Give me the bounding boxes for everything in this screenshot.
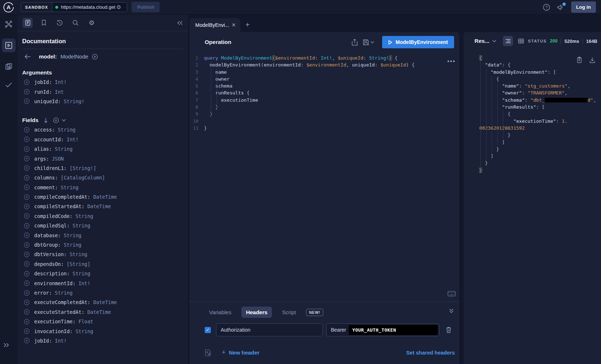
field-item-type[interactable]: [String!] [69,165,96,171]
field-item-type[interactable]: String [64,232,81,238]
share-operation-icon[interactable] [352,39,358,46]
field-item[interactable]: compiledSql:String [22,221,183,230]
field-item-type[interactable]: String [58,127,76,133]
field-item-name[interactable]: alias: [34,146,52,152]
add-to-query-icon[interactable] [24,156,29,161]
response-dropdown-chevron-icon[interactable] [492,40,496,43]
field-item-name[interactable]: environmentId: [34,280,76,286]
add-to-query-icon[interactable] [24,80,29,85]
login-button[interactable]: Log in [571,1,596,13]
fields-options-chevron-icon[interactable] [62,119,66,122]
history-icon[interactable] [55,18,65,28]
add-to-query-icon[interactable] [24,338,29,343]
add-to-query-icon[interactable] [24,280,29,286]
editor-menu-ellipsis-icon[interactable]: ••• [447,58,456,65]
field-item[interactable]: executeCompletedAt:DateTime [22,298,183,307]
add-to-query-icon[interactable] [24,328,29,334]
field-item-type[interactable]: String [55,146,73,152]
field-item-type[interactable]: JSON [52,156,64,162]
set-shared-headers-button[interactable]: Set shared headers [406,350,455,356]
nav-schema-icon[interactable] [3,18,15,31]
publish-button[interactable]: Publish [132,2,160,12]
graphql-code-editor[interactable]: 1query ModelByEnvironment($environmentId… [193,54,454,132]
field-item-name[interactable]: columns: [34,175,58,181]
add-to-query-icon[interactable] [24,242,29,248]
field-item[interactable]: childrenL1:[String!] [22,163,183,173]
run-operation-button[interactable]: ModelByEnvironment [382,36,454,48]
field-item[interactable]: args:JSON [22,154,183,163]
add-to-query-icon[interactable] [24,252,29,257]
documentation-tab-icon[interactable] [23,18,33,28]
field-item[interactable]: database:String [22,230,183,240]
field-item[interactable]: access:String [22,125,183,134]
doc-back-icon[interactable] [24,54,31,59]
add-to-query-icon[interactable] [24,213,29,219]
add-to-query-icon[interactable] [24,300,29,305]
add-to-query-icon[interactable] [24,319,29,324]
field-item-name[interactable]: access: [34,127,55,133]
argument-item-name[interactable]: runId: [34,89,52,95]
add-to-query-icon[interactable] [24,194,29,200]
field-item[interactable]: compileStartedAt:DateTime [22,202,183,211]
field-item-type[interactable]: DateTime [93,194,117,200]
field-item-name[interactable]: description: [34,271,70,276]
header-key-input[interactable] [216,323,323,336]
settings-gear-icon[interactable]: ⚙ [87,18,97,28]
sort-fields-icon[interactable] [44,118,48,123]
delete-header-icon[interactable] [446,327,452,333]
field-item[interactable]: environmentId:Int! [22,278,183,288]
bookmarks-icon[interactable] [39,18,49,28]
field-item-name[interactable]: accountId: [34,137,64,142]
field-item[interactable]: dbtGroup:String [22,240,183,250]
new-header-button[interactable]: + New header [222,349,260,356]
field-item[interactable]: executeStartedAt:DateTime [22,307,183,317]
response-raw-view-icon[interactable] [503,36,513,46]
field-item[interactable]: jobId:Int! [22,336,183,345]
field-item-type[interactable]: String [61,185,79,190]
add-to-query-icon[interactable] [24,146,29,152]
header-enabled-checkbox[interactable]: ✓ [205,327,211,333]
operation-tab[interactable]: ModelByEnvi... ✕ [189,18,240,32]
field-item-type[interactable]: String [64,242,81,248]
field-item-name[interactable]: compileStartedAt: [34,203,84,209]
field-item-name[interactable]: dependsOn: [34,261,64,267]
add-to-query-icon[interactable] [24,309,29,315]
field-item[interactable]: comment:String [22,183,183,192]
argument-item-name[interactable]: jobId: [34,79,52,85]
field-item-type[interactable]: Int! [79,280,91,286]
argument-item[interactable]: jobId:Int! [22,77,183,87]
add-to-query-icon[interactable] [24,89,29,94]
field-item-name[interactable]: args: [34,156,49,162]
field-item-type[interactable]: String [76,213,93,219]
nav-checks-icon[interactable] [3,78,15,91]
argument-item[interactable]: uniqueId:String! [22,97,183,106]
endpoint-url-input[interactable]: https://metadata.cloud.get ⚙ [52,3,127,12]
response-json-view[interactable]: { "data": { "modelByEnvironment": [ { "n… [479,54,599,174]
field-item-type[interactable]: DateTime [93,299,117,305]
add-to-query-icon[interactable] [24,175,29,181]
field-item[interactable]: compileCompletedAt:DateTime [22,192,183,202]
help-icon[interactable]: ? [543,4,550,11]
bottom-tab-variables[interactable]: Variables [205,307,236,318]
field-item-name[interactable]: error: [34,290,52,296]
field-item[interactable]: description:String [22,269,183,278]
add-to-query-icon[interactable] [24,165,29,171]
bottom-tab-script[interactable]: Script [278,307,300,318]
field-item-type[interactable]: DateTime [87,203,111,209]
field-item-type[interactable]: String [76,328,93,334]
field-item-type[interactable]: String [73,271,91,276]
add-to-query-icon[interactable] [24,271,29,276]
add-to-query-icon[interactable] [24,127,29,133]
field-item-name[interactable]: executionTime: [34,319,76,324]
add-to-query-icon[interactable] [24,137,29,142]
add-to-query-icon[interactable] [24,204,29,209]
save-operation-icon[interactable] [363,39,369,45]
expand-rail-icon[interactable] [3,342,9,348]
field-item[interactable]: compiledCode:String [22,211,183,221]
field-item-name[interactable]: executeCompletedAt: [34,299,90,305]
field-item-type[interactable]: [CatalogColumn] [61,175,105,181]
field-item-type[interactable]: String [55,290,73,296]
field-item[interactable]: columns:[CatalogColumn] [22,173,183,182]
field-item-name[interactable]: invocationId: [34,328,73,334]
search-icon[interactable] [71,18,81,28]
